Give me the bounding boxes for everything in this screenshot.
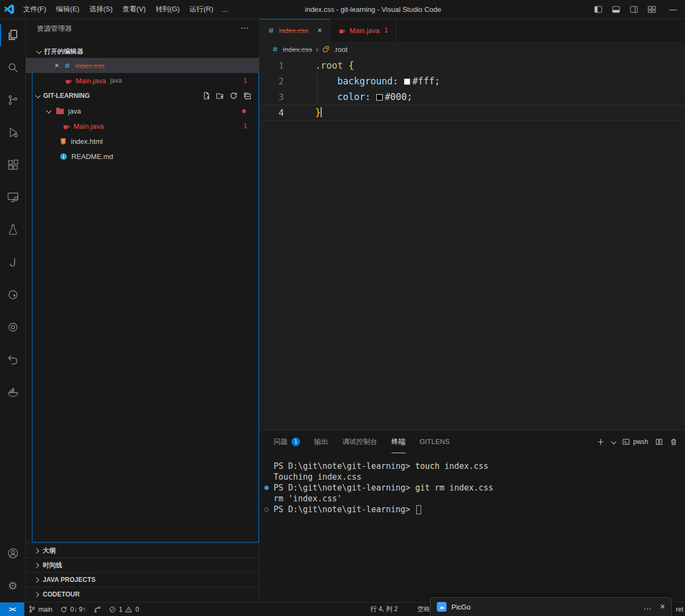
- tree-item-readme[interactable]: README.md: [26, 149, 259, 164]
- code-token: color: [337, 91, 365, 102]
- cursor-position-indicator[interactable]: 行 4, 列 2: [370, 602, 398, 616]
- new-terminal-button[interactable]: [597, 438, 604, 446]
- breadcrumb-file[interactable]: index.css: [283, 45, 312, 54]
- breadcrumb: index.css › .root: [260, 42, 685, 57]
- tab-gitlens[interactable]: GITLENS: [420, 430, 450, 453]
- java-projects-section-header[interactable]: JAVA PROJECTS: [26, 572, 259, 587]
- extensions-icon[interactable]: [0, 149, 25, 181]
- docker-icon[interactable]: [0, 376, 25, 408]
- tab-terminal[interactable]: 终端: [391, 430, 405, 453]
- html-file-icon: [59, 137, 67, 145]
- tree-item-label: Main.java: [74, 122, 104, 130]
- vscode-logo-icon: [0, 4, 18, 14]
- command-success-decoration[interactable]: [264, 486, 269, 490]
- menu-view[interactable]: 查看(V): [117, 2, 150, 16]
- terminal-dropdown-chevron[interactable]: [611, 439, 616, 444]
- panel-tab-label: GITLENS: [420, 438, 450, 446]
- tab-indexcss[interactable]: index.css ×: [260, 19, 330, 42]
- gradle-icon[interactable]: [0, 279, 25, 311]
- refresh-button[interactable]: [229, 91, 238, 100]
- statusbar-overflow-item[interactable]: ret: [676, 602, 683, 616]
- tree-item-label: README.md: [71, 153, 113, 161]
- notification-actions: … ×: [643, 602, 665, 612]
- code-token: ;: [435, 76, 440, 87]
- code-editor[interactable]: 1 .root { 2 background: #fff; 3 color: #…: [260, 57, 685, 430]
- color-swatch-black[interactable]: [376, 94, 383, 101]
- breadcrumb-symbol[interactable]: .root: [334, 45, 348, 54]
- run-debug-icon[interactable]: [0, 116, 25, 149]
- terminal-prompt: PS D:\git\note\git-learning>: [274, 461, 415, 471]
- remote-indicator[interactable]: ><: [0, 602, 24, 616]
- terminal-output[interactable]: PS D:\git\note\git-learning> touch index…: [260, 453, 685, 515]
- split-terminal-button[interactable]: [655, 438, 663, 446]
- indentation-indicator[interactable]: 空格: [417, 602, 430, 616]
- source-control-graph-button[interactable]: [90, 602, 105, 616]
- outline-section-header[interactable]: 大纲: [26, 543, 259, 558]
- tab-output[interactable]: 输出: [314, 430, 328, 453]
- notification-close-button[interactable]: ×: [660, 602, 665, 612]
- tree-item-folder-java[interactable]: java: [26, 103, 259, 118]
- search-icon[interactable]: [0, 51, 25, 84]
- close-editor-icon[interactable]: ×: [52, 61, 62, 70]
- testing-icon[interactable]: [0, 214, 25, 246]
- line-number: 4: [260, 105, 295, 121]
- menu-selection[interactable]: 选择(S): [84, 2, 117, 16]
- target-record-icon[interactable]: [0, 311, 25, 343]
- menu-goto[interactable]: 转到(G): [151, 2, 185, 16]
- minimize-button[interactable]: —: [661, 0, 685, 18]
- menu-file[interactable]: 文件(F): [18, 2, 51, 16]
- new-file-button[interactable]: [202, 91, 211, 100]
- open-editor-item-indexcss[interactable]: × index.css: [26, 58, 259, 73]
- error-count: 1: [119, 606, 123, 613]
- open-editor-item-mainjava[interactable]: Main.java java 1: [26, 73, 259, 88]
- source-control-icon[interactable]: [0, 84, 25, 116]
- tree-item-mainjava[interactable]: Main.java 1: [26, 118, 259, 134]
- error-icon: [109, 606, 116, 613]
- customize-layout-button[interactable]: [643, 0, 661, 18]
- menu-overflow-button[interactable]: …: [218, 3, 232, 16]
- problems-badge: 1: [291, 438, 300, 446]
- notification-more-button[interactable]: …: [643, 602, 653, 612]
- tree-item-indexhtml[interactable]: index.html: [26, 134, 259, 149]
- git-branch-icon: [28, 605, 36, 613]
- tab-debug-console[interactable]: 调试控制台: [342, 430, 377, 453]
- problems-indicator[interactable]: 1 0: [105, 602, 143, 616]
- color-swatch-white[interactable]: [404, 78, 410, 85]
- open-editor-detail: java: [110, 77, 122, 84]
- sync-indicator[interactable]: 0↓ 9↑: [56, 602, 90, 616]
- java-extension-icon[interactable]: [0, 246, 25, 279]
- code-line-1: 1 .root {: [260, 58, 685, 74]
- explorer-more-button[interactable]: …: [240, 21, 249, 31]
- timeline-section-header[interactable]: 时间线: [26, 558, 259, 572]
- project-actions: [202, 88, 251, 103]
- toggle-panel-button[interactable]: [607, 0, 625, 18]
- collapse-all-button[interactable]: [243, 91, 251, 100]
- panel-tab-label: 终端: [391, 437, 405, 447]
- branch-indicator[interactable]: main: [24, 602, 56, 616]
- tab-mainjava[interactable]: Main.java 1: [330, 19, 396, 42]
- terminal-line: PS D:\git\note\git-learning> touch index…: [274, 461, 685, 472]
- open-editor-label: index.css: [75, 62, 104, 70]
- menu-run[interactable]: 运行(R): [184, 2, 218, 16]
- project-section-header[interactable]: GIT-LEARNING: [26, 88, 259, 103]
- editor-tabs: index.css × Main.java 1: [260, 19, 685, 42]
- chevron-down-icon: [36, 48, 42, 54]
- remote-explorer-icon[interactable]: [0, 181, 25, 214]
- kill-terminal-trash-button[interactable]: [670, 438, 677, 446]
- explorer-icon[interactable]: [0, 19, 25, 51]
- open-editors-header[interactable]: 打开的编辑器: [26, 45, 259, 58]
- menu-edit[interactable]: 编辑(E): [51, 2, 84, 16]
- codetour-section-header[interactable]: CODETOUR: [26, 587, 259, 601]
- settings-gear-icon[interactable]: ⚙: [0, 569, 25, 602]
- codetour-back-arrow-icon[interactable]: [0, 343, 25, 376]
- chevron-down-icon: [35, 92, 41, 98]
- sync-counts: 0↓ 9↑: [70, 606, 86, 613]
- close-tab-icon[interactable]: ×: [317, 26, 322, 35]
- terminal-instance-pwsh[interactable]: pwsh: [622, 438, 648, 446]
- toggle-secondary-sidebar-button[interactable]: [625, 0, 643, 18]
- panel-actions: pwsh: [597, 430, 677, 453]
- new-folder-button[interactable]: [216, 91, 224, 100]
- accounts-icon[interactable]: [0, 537, 25, 569]
- tab-problems[interactable]: 问题 1: [274, 430, 300, 453]
- toggle-primary-sidebar-button[interactable]: [589, 0, 607, 18]
